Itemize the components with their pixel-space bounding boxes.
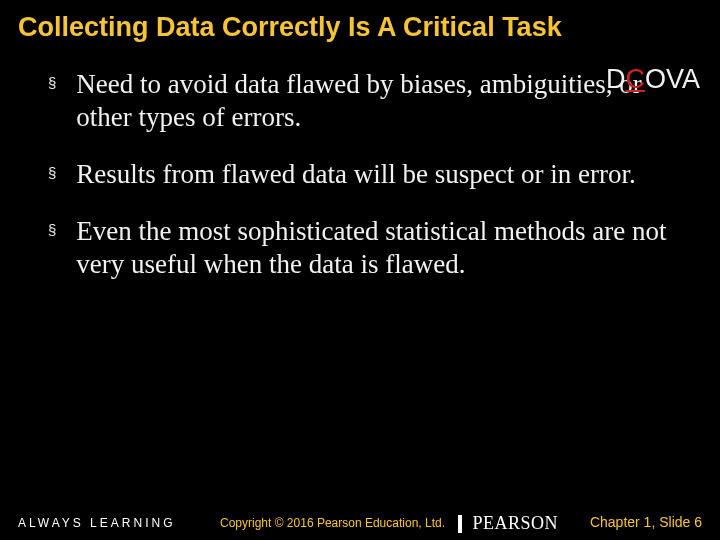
footer: ALWAYS LEARNING Copyright © 2016 Pearson…	[0, 508, 720, 540]
dcova-label: DCOVA	[606, 64, 700, 95]
copyright-label: Copyright © 2016 Pearson Education, Ltd.	[220, 516, 445, 530]
slide: Collecting Data Correctly Is A Critical …	[0, 0, 720, 540]
list-item: § Even the most sophisticated statistica…	[48, 215, 684, 281]
bullet-icon: §	[48, 215, 56, 245]
bullet-icon: §	[48, 158, 56, 188]
bullet-icon: §	[48, 68, 56, 98]
pearson-text: PEARSON	[472, 513, 558, 534]
list-item: § Results from flawed data will be suspe…	[48, 158, 684, 191]
dcova-c: C	[625, 64, 645, 94]
slide-number: Chapter 1, Slide 6	[590, 514, 702, 530]
title-area: Collecting Data Correctly Is A Critical …	[0, 0, 720, 44]
bullet-text: Even the most sophisticated statistical …	[76, 215, 684, 281]
bullet-text: Results from flawed data will be suspect…	[76, 158, 635, 191]
dcova-ova: OVA	[645, 64, 700, 94]
pearson-bar-icon	[452, 515, 468, 533]
bullet-text: Need to avoid data flawed by biases, amb…	[76, 68, 684, 134]
list-item: § Need to avoid data flawed by biases, a…	[48, 68, 684, 134]
pearson-logo: PEARSON	[452, 513, 558, 534]
svg-rect-0	[458, 515, 462, 533]
slide-title: Collecting Data Correctly Is A Critical …	[18, 12, 700, 44]
dcova-d: D	[606, 64, 626, 94]
always-learning-label: ALWAYS LEARNING	[18, 516, 175, 530]
